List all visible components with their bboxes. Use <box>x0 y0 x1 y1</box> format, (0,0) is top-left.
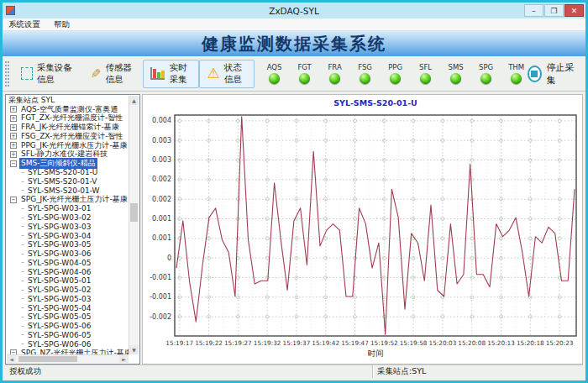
main-content: 采集站点 SYL+AQS-空气质量监测仪-富奥通+FGT_ZX-光纤光栅温度计-… <box>5 94 583 365</box>
toolbar-button-realtime[interactable]: 实时采集 <box>143 60 199 88</box>
collapse-icon[interactable]: − <box>10 197 17 203</box>
tree-sensor-item[interactable]: SYL-SPG-W03-06 <box>7 249 129 259</box>
tree-item-label: SYL-SPG-W05-01 <box>26 276 92 285</box>
tree-item-label: SYL-SPG-W03-04 <box>26 232 92 240</box>
x-axis-tick-label: 15:19:17 <box>165 339 193 347</box>
tree-item-label: SYL-SMS-S20-01-U <box>26 168 99 176</box>
toolbar-button-label: 采集设备信息 <box>37 62 76 86</box>
x-axis-tick-label: 15:19:47 <box>341 339 369 347</box>
window-controls: – ❐ ✕ <box>523 4 584 17</box>
banner: 健康监测数据采集系统 <box>3 31 585 56</box>
menu-item-system-settings[interactable]: 系统设置 <box>8 19 40 30</box>
tree-group-item[interactable]: −SPG_JK-光纤光栅土压力计-基康 <box>7 195 129 204</box>
tree-sensor-item[interactable]: SYL-SPG-W05-05 <box>7 312 129 322</box>
tree-item-label: SYL-SPG-W03-02 <box>26 213 92 222</box>
tree-item-label: SMS-三向倾斜仪-精品 <box>19 158 97 169</box>
tree-item-label: SYL-SPG-W05-05 <box>26 312 92 321</box>
tree-sensor-item[interactable]: SYL-SPG-W03-05 <box>7 240 129 249</box>
y-axis-tick-label: 0.002 <box>152 196 171 203</box>
tree-sensor-item[interactable]: SYL-SPG-W04-05 <box>7 259 129 268</box>
stop-icon <box>528 66 542 82</box>
menu-bar: 系统设置 帮助 <box>3 18 585 31</box>
led-label: SMS <box>449 63 464 71</box>
tree-sensor-item[interactable]: SYL-SPG-W03-02 <box>7 213 129 223</box>
led-green-icon <box>269 73 280 84</box>
x-axis-tick-label: 15:20:13 <box>487 339 515 347</box>
menu-item-help[interactable]: 帮助 <box>54 19 70 30</box>
tree-horizontal-scrollbar[interactable]: ◄ ► <box>7 354 129 363</box>
tree-sensor-item[interactable]: SYL-SPG-W05-03 <box>7 295 129 304</box>
expand-icon[interactable]: + <box>10 124 17 131</box>
led-indicator-sms: SMS <box>444 63 467 84</box>
tree-sensor-item[interactable]: SYL-SPG-W06-05 <box>7 331 129 340</box>
tree-group-item[interactable]: −SPG_NZ-光纤光栅土压力计-基康 <box>7 349 129 354</box>
led-label: THM <box>508 63 524 71</box>
tree-sensor-item[interactable]: SYL-SPG-W05-01 <box>7 276 129 286</box>
led-status-panel: AQSFGTFRAFSGPPGSFLSMSSPGTHM <box>263 63 528 84</box>
scroll-up-icon[interactable]: ▲ <box>129 96 139 105</box>
hscroll-thumb[interactable] <box>18 356 77 362</box>
scroll-down-icon[interactable]: ▼ <box>129 345 139 354</box>
status-site-text: 采集站点:SYL <box>373 366 426 377</box>
y-axis-tick-label: 0.002 <box>152 176 171 183</box>
tree-item-label: SYL-SPG-W05-06 <box>26 322 92 330</box>
tree-group-item[interactable]: −SMS-三向倾斜仪-精品 <box>7 159 129 168</box>
tree-sensor-item[interactable]: SYL-SPG-W04-06 <box>7 267 129 276</box>
expand-icon[interactable]: + <box>10 151 17 158</box>
tree-sensor-item[interactable]: SYL-SPG-W05-06 <box>7 322 129 331</box>
led-label: FGT <box>297 63 311 71</box>
led-green-icon <box>511 73 522 84</box>
toolbar-button-label: 状态信息 <box>224 62 247 86</box>
led-label: FRA <box>328 63 341 71</box>
x-axis-tick-label: 15:19:52 <box>370 339 398 347</box>
expand-icon[interactable]: + <box>10 115 17 122</box>
toolbar-button-device-info[interactable]: 采集设备信息 <box>13 60 83 88</box>
maximize-button[interactable]: ❐ <box>544 4 564 17</box>
toolbar-button-status-info[interactable]: ⚠状态信息 <box>199 60 255 88</box>
tree-sensor-item[interactable]: SYL-SMS-S20-01-V <box>7 177 129 186</box>
stop-acquisition-button[interactable]: 停止采集 <box>528 61 575 87</box>
tree-sensor-item[interactable]: SYL-SPG-W03-01 <box>7 204 129 213</box>
collapse-icon[interactable]: − <box>10 160 17 167</box>
scroll-right-icon[interactable]: ► <box>119 355 129 363</box>
x-axis-tick-label: 15:19:37 <box>283 339 311 347</box>
realtime-chart-icon <box>150 67 165 80</box>
tree-item-label: SYL-SPG-W03-03 <box>26 223 92 231</box>
device-list-icon <box>21 67 33 80</box>
tree-sensor-item[interactable]: SYL-SPG-W05-02 <box>7 286 129 295</box>
toolbar-button-sensor-info[interactable]: ✎传感器信息 <box>83 60 144 88</box>
expand-icon[interactable]: + <box>10 142 17 149</box>
led-green-icon <box>360 73 370 84</box>
window-title: ZxDAQ-SYL <box>3 6 585 16</box>
tree-sensor-item[interactable]: SYL-SPG-W03-04 <box>7 231 129 240</box>
tree-sensor-item[interactable]: SYL-SPG-W05-04 <box>7 303 129 312</box>
expand-icon[interactable]: + <box>10 133 17 139</box>
led-label: AQS <box>267 63 282 71</box>
vscroll-thumb[interactable] <box>130 203 138 222</box>
close-button[interactable]: ✕ <box>564 4 584 17</box>
led-green-icon <box>420 73 431 84</box>
scroll-left-icon[interactable]: ◄ <box>7 355 16 363</box>
status-warning-icon: ⚠ <box>207 66 219 81</box>
y-axis-tick-label: 0.003 <box>152 137 171 144</box>
x-axis-title: 时间 <box>368 349 384 358</box>
led-indicator-thm: THM <box>505 63 528 84</box>
x-axis-tick-label: 15:20:03 <box>429 339 457 347</box>
minimize-button[interactable]: – <box>524 4 543 17</box>
stop-label: 停止采集 <box>547 61 575 87</box>
tree-sensor-item[interactable]: SYL-SMS-S20-01-U <box>7 168 129 177</box>
y-axis-tick-label: 0.003 <box>152 156 171 164</box>
tree-item-label: SYL-SPG-W04-05 <box>26 259 92 267</box>
y-axis-tick-label: 0 <box>167 254 171 262</box>
y-axis-tick-label: -0.001 <box>150 274 171 281</box>
toolbar-button-label: 实时采集 <box>169 62 192 86</box>
led-indicator-ppg: PPG <box>384 63 407 84</box>
tree-vertical-scrollbar[interactable]: ▲ ▼ <box>129 96 139 354</box>
sensor-tree: 采集站点 SYL+AQS-空气质量监测仪-富奥通+FGT_ZX-光纤光栅温度计-… <box>7 96 129 354</box>
tree-item-label: SPG_JK-光纤光栅土压力计-基康 <box>19 194 129 205</box>
expand-icon[interactable]: + <box>10 106 17 113</box>
y-axis-tick-label: 0.001 <box>152 234 171 242</box>
tree-item-label: SYL-SPG-W04-06 <box>26 268 92 276</box>
tree-sensor-item[interactable]: SYL-SPG-W03-03 <box>7 223 129 232</box>
tree-item-label: SYL-SPG-W03-06 <box>26 249 92 258</box>
